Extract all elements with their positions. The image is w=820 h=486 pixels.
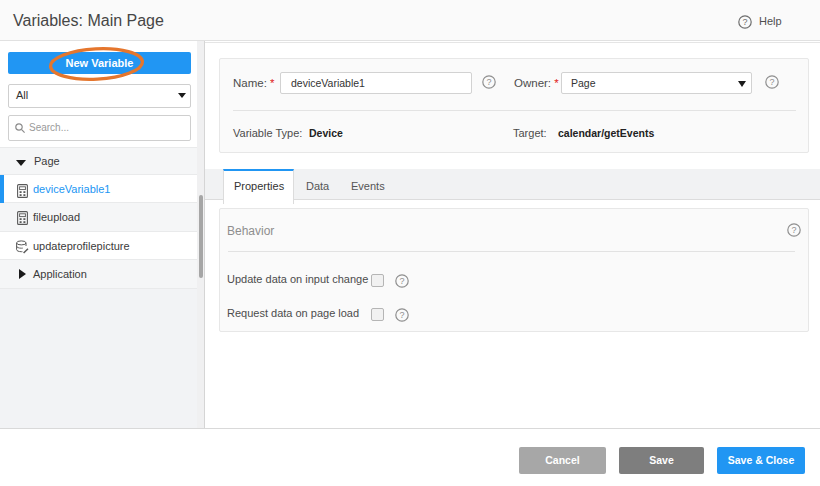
svg-text:?: ? bbox=[399, 276, 404, 286]
svg-text:?: ? bbox=[769, 77, 774, 87]
svg-text:?: ? bbox=[791, 225, 796, 235]
svg-text:?: ? bbox=[486, 77, 491, 87]
svg-text:?: ? bbox=[742, 17, 747, 27]
svg-text:?: ? bbox=[399, 310, 404, 320]
